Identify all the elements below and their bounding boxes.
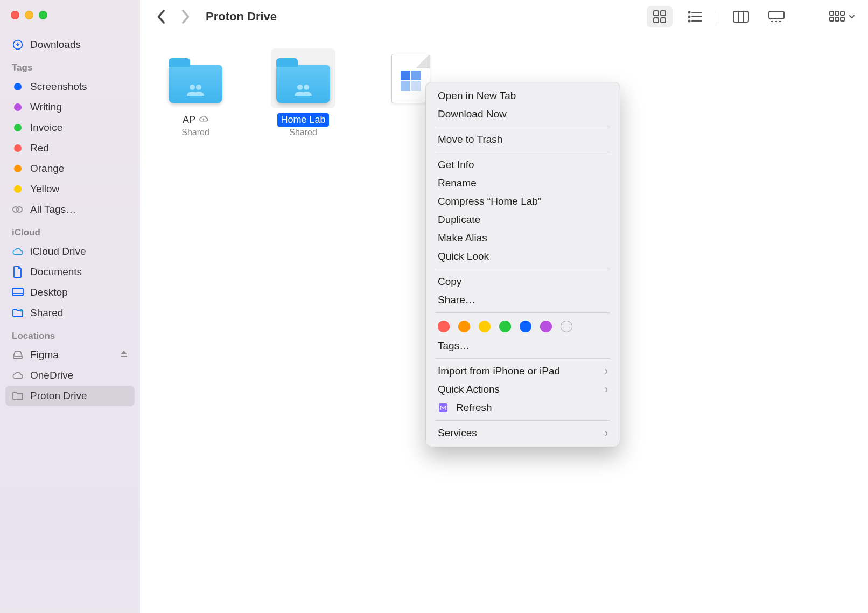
context-menu-item[interactable]: Tags… [426, 337, 620, 355]
sidebar-item-proton-drive[interactable]: Proton Drive [5, 386, 135, 406]
sidebar-item-label: Figma [30, 349, 113, 361]
context-menu-label: Duplicate [438, 214, 480, 226]
tag-color-swatch[interactable] [499, 321, 511, 332]
eject-icon[interactable] [120, 349, 128, 361]
svg-rect-25 [830, 11, 834, 15]
sidebar-item-documents[interactable]: Documents [5, 262, 135, 282]
zoom-window-button[interactable] [39, 11, 47, 19]
finder-window: Downloads Tags ScreenshotsWritingInvoice… [0, 0, 868, 613]
sidebar-item-label: Writing [30, 101, 128, 113]
item-name: AP [179, 113, 212, 127]
svg-rect-7 [121, 356, 127, 357]
svg-rect-28 [830, 17, 834, 21]
list-view-button[interactable] [682, 6, 708, 27]
sidebar-item-label: Shared [30, 307, 128, 319]
context-menu-label: Make Alias [438, 232, 487, 244]
sidebar-item-onedrive[interactable]: OneDrive [5, 365, 135, 386]
svg-point-16 [689, 20, 690, 22]
tag-color-swatch[interactable] [540, 321, 552, 332]
context-menu-item[interactable]: Open in New Tab [426, 87, 620, 105]
item-thumbnail [271, 48, 335, 108]
context-menu-label: Tags… [438, 340, 470, 352]
window-title: Proton Drive [206, 10, 277, 24]
window-traffic-lights [11, 11, 135, 19]
sidebar-item-shared[interactable]: Shared [5, 303, 135, 323]
context-menu-divider [436, 420, 610, 421]
svg-point-31 [190, 85, 195, 90]
view-mode-group [647, 6, 789, 27]
close-window-button[interactable] [11, 11, 19, 19]
tag-dot-icon [12, 144, 24, 152]
svg-point-34 [304, 85, 309, 90]
tag-dot-icon [12, 103, 24, 111]
sidebar-item-label: iCloud Drive [30, 246, 128, 257]
tag-color-swatch[interactable] [561, 321, 572, 332]
tag-color-swatch[interactable] [520, 321, 531, 332]
tag-color-swatch[interactable] [458, 321, 470, 332]
tag-color-swatch[interactable] [479, 321, 491, 332]
tag-color-swatch[interactable] [438, 321, 450, 332]
chevron-right-icon: › [605, 426, 608, 440]
proton-icon [438, 402, 449, 413]
sidebar-item-downloads[interactable]: Downloads [5, 34, 135, 55]
group-by-button[interactable] [829, 11, 855, 23]
context-menu-item[interactable]: Rename [426, 174, 620, 192]
file-item[interactable]: Home LabShared [268, 48, 338, 137]
context-menu-item[interactable]: Services› [426, 424, 620, 442]
context-menu-item[interactable]: Compress “Home Lab” [426, 192, 620, 211]
nav-forward-button[interactable] [177, 8, 194, 25]
svg-point-33 [297, 85, 303, 90]
context-menu-item[interactable]: Copy [426, 273, 620, 291]
context-menu-item[interactable]: Quick Look [426, 247, 620, 266]
sidebar-tag-item[interactable]: Invoice [5, 117, 135, 138]
chevron-down-icon [849, 15, 855, 19]
context-menu-item[interactable]: Import from iPhone or iPad› [426, 362, 620, 380]
context-menu-item[interactable]: Move to Trash [426, 130, 620, 149]
sidebar-header-icloud: iCloud [5, 220, 135, 241]
icon-view-button[interactable] [647, 6, 673, 27]
context-menu-label: Import from iPhone or iPad [438, 365, 560, 377]
sidebar-tag-item[interactable]: Screenshots [5, 76, 135, 97]
sidebar-tag-item[interactable]: Writing [5, 97, 135, 117]
desktop-icon [12, 288, 24, 297]
context-menu-item[interactable]: Share… [426, 291, 620, 309]
context-menu-label: Get Info [438, 159, 474, 171]
disk-icon [12, 351, 24, 359]
context-menu-label: Share… [438, 294, 475, 306]
sidebar-item-label: Yellow [30, 183, 128, 195]
svg-rect-18 [733, 11, 748, 22]
context-menu-label: Download Now [438, 108, 507, 120]
sidebar-tag-item[interactable]: Yellow [5, 179, 135, 199]
context-menu-item[interactable]: Duplicate [426, 211, 620, 229]
context-menu-item[interactable]: Download Now [426, 105, 620, 123]
sidebar-item-icloud-drive[interactable]: iCloud Drive [5, 241, 135, 262]
column-view-button[interactable] [728, 6, 754, 27]
svg-point-32 [196, 85, 201, 90]
context-menu-item[interactable]: Make Alias [426, 229, 620, 247]
toolbar: Proton Drive [140, 0, 868, 33]
file-item[interactable]: APShared [160, 48, 230, 137]
gallery-view-button[interactable] [764, 6, 789, 27]
sidebar-item-desktop[interactable]: Desktop [5, 282, 135, 303]
sidebar-item-figma[interactable]: Figma [5, 345, 135, 365]
chevron-right-icon: › [605, 364, 608, 378]
context-menu-label: Move to Trash [438, 134, 502, 145]
tag-dot-icon [12, 185, 24, 193]
doc-icon [12, 266, 24, 278]
sidebar-item-label: Invoice [30, 122, 128, 134]
sidebar-tag-item[interactable]: Orange [5, 158, 135, 179]
minimize-window-button[interactable] [25, 11, 33, 19]
context-menu-item[interactable]: Quick Actions› [426, 380, 620, 399]
svg-rect-21 [769, 11, 784, 19]
sidebar-tag-item[interactable]: Red [5, 138, 135, 158]
context-menu-item[interactable]: Get Info [426, 156, 620, 174]
document-file-icon [391, 54, 430, 103]
all-tags-icon [12, 206, 24, 213]
context-menu-item[interactable]: Refresh [426, 399, 620, 417]
context-menu-divider [436, 152, 610, 152]
nav-back-button[interactable] [153, 8, 170, 25]
folder-icon [12, 391, 24, 401]
chevron-right-icon: › [605, 382, 608, 396]
sidebar-item-label: Red [30, 142, 128, 154]
sidebar-item-all-tags[interactable]: All Tags… [5, 199, 135, 220]
